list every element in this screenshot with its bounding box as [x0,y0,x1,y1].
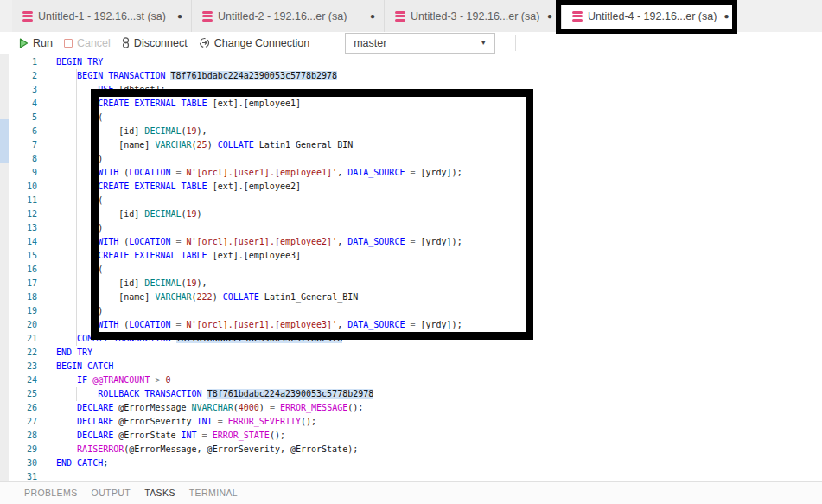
run-button[interactable]: Run [19,37,53,49]
bottom-panel: PROBLEMSOUTPUTTASKSTERMINAL [0,481,822,504]
disconnect-button[interactable]: Disconnect [122,37,188,49]
run-icon [19,38,29,48]
code-line-5[interactable]: ( [0,111,822,124]
dirty-indicator-icon[interactable]: ● [170,12,182,21]
code-content[interactable]: BEGIN TRY BEGIN TRANSACTION T8f761bdabc2… [0,55,822,481]
code-line-22[interactable]: END TRY [0,346,822,360]
disconnect-chain-icon [122,37,130,48]
code-line-7[interactable]: [name] VARCHAR(25) COLLATE Latin1_Genera… [0,138,822,152]
code-line-14[interactable]: WITH (LOCATION = N'[orcl].[user1].[emplo… [0,235,822,249]
code-line-11[interactable]: ( [0,194,822,207]
change-connection-button[interactable]: Change Connection [199,37,310,49]
cancel-label: Cancel [77,37,111,49]
code-line-18[interactable]: [name] VARCHAR(222) COLLATE Latin1_Gener… [0,290,822,304]
tab-label: Untitled-1 - 192.16...st (sa) [38,10,166,22]
code-line-31[interactable] [0,470,822,481]
code-line-25[interactable]: ROLLBACK TRANSACTION T8f761bdabc224a2390… [0,387,822,401]
database-dropdown-value: master [354,37,386,49]
code-line-12[interactable]: [id] DECIMAL(19) [0,207,822,221]
code-line-30[interactable]: END CATCH; [0,456,822,470]
cancel-icon [64,39,73,48]
tab-untitled-4[interactable]: Untitled-4 - 192.16...er (sa)● [562,0,736,32]
database-file-icon [22,11,33,22]
tab-untitled-1[interactable]: Untitled-1 - 192.16...st (sa)● [12,0,192,32]
tab-bar: Untitled-1 - 192.16...st (sa)●Untitled-2… [0,0,822,32]
toolbar-divider [515,35,516,51]
panel-tab-tasks[interactable]: TASKS [144,488,175,498]
code-line-23[interactable]: BEGIN CATCH [0,360,822,373]
chevron-down-icon: ▼ [480,39,487,47]
disconnect-label: Disconnect [134,37,188,49]
code-line-4[interactable]: CREATE EXTERNAL TABLE [ext].[employee1] [0,97,822,111]
tab-label: Untitled-4 - 192.16...er (sa) [588,10,717,22]
panel-tab-terminal[interactable]: TERMINAL [189,488,238,498]
code-editor[interactable]: 1234567891011121314151617181920212223242… [0,54,822,481]
code-line-21[interactable]: COMMIT TRANSACTION T8f761bdabc224a239005… [0,332,822,346]
tab-untitled-3[interactable]: Untitled-3 - 192.16...er (sa)● [385,0,562,32]
code-line-24[interactable]: IF @@TRANCOUNT > 0 [0,373,822,387]
dirty-indicator-icon[interactable]: ● [717,12,729,21]
code-line-6[interactable]: [id] DECIMAL(19), [0,124,822,138]
code-line-2[interactable]: BEGIN TRANSACTION T8f761bdabc224a2390053… [0,69,822,83]
dirty-indicator-icon[interactable]: ● [363,12,375,21]
tab-label: Untitled-2 - 192.16...er (sa) [218,10,347,22]
run-label: Run [33,37,53,49]
database-file-icon [202,11,213,22]
code-line-26[interactable]: DECLARE @ErrorMessage NVARCHAR(4000) = E… [0,401,822,415]
code-line-28[interactable]: DECLARE @ErrorState INT = ERROR_STATE(); [0,429,822,443]
code-line-10[interactable]: CREATE EXTERNAL TABLE [ext].[employee2] [0,180,822,194]
code-line-16[interactable]: ( [0,263,822,277]
dirty-indicator-icon[interactable]: ● [540,12,552,21]
change-connection-icon [199,37,210,48]
code-line-19[interactable]: ) [0,304,822,318]
tab-untitled-2[interactable]: Untitled-2 - 192.16...er (sa)● [192,0,385,32]
panel-tab-problems[interactable]: PROBLEMS [24,488,78,498]
code-line-20[interactable]: WITH (LOCATION = N'[orcl].[user1].[emplo… [0,318,822,332]
database-dropdown[interactable]: master ▼ [345,33,495,54]
code-line-3[interactable]: USE [dbtest]; [0,83,822,97]
code-line-13[interactable]: ) [0,221,822,235]
cancel-button[interactable]: Cancel [64,37,111,49]
app-window: Untitled-1 - 192.16...st (sa)●Untitled-2… [0,0,822,504]
change-connection-label: Change Connection [214,37,310,49]
tab-label: Untitled-3 - 192.16...er (sa) [411,10,539,22]
code-line-1[interactable]: BEGIN TRY [0,55,822,69]
database-file-icon [395,11,405,22]
code-line-29[interactable]: RAISERROR(@ErrorMessage, @ErrorSeverity,… [0,443,822,456]
code-line-17[interactable]: [id] DECIMAL(19), [0,277,822,290]
code-line-8[interactable]: ) [0,152,822,166]
code-line-27[interactable]: DECLARE @ErrorSeverity INT = ERROR_SEVER… [0,415,822,429]
query-toolbar: Run Cancel Disconnect Change Connection … [0,32,822,54]
code-line-15[interactable]: CREATE EXTERNAL TABLE [ext].[employee3] [0,249,822,263]
panel-tab-output[interactable]: OUTPUT [92,488,131,498]
database-file-icon [572,11,583,22]
code-line-9[interactable]: WITH (LOCATION = N'[orcl].[user1].[emplo… [0,166,822,180]
